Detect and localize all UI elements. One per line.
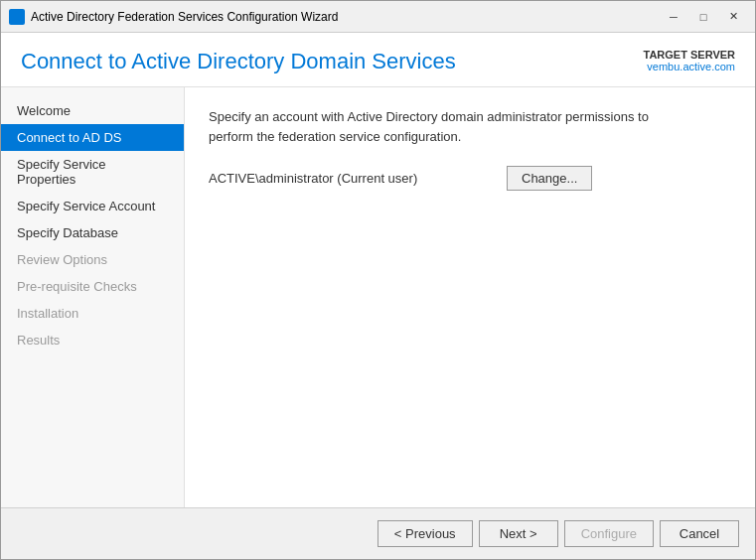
window-title: Active Directory Federation Services Con… — [31, 10, 660, 24]
main-window: Active Directory Federation Services Con… — [0, 0, 756, 560]
sidebar: Welcome Connect to AD DS Specify Service… — [1, 87, 185, 507]
sidebar-item-prereq-checks: Pre-requisite Checks — [1, 273, 184, 300]
account-label: ACTIVE\administrator (Current user) — [209, 171, 487, 186]
configure-button: Configure — [564, 520, 654, 547]
next-button[interactable]: Next > — [479, 520, 558, 547]
sidebar-item-database[interactable]: Specify Database — [1, 219, 184, 246]
sidebar-item-results: Results — [1, 327, 184, 353]
change-button[interactable]: Change... — [507, 166, 592, 191]
sidebar-item-connect-ad-ds[interactable]: Connect to AD DS — [1, 124, 184, 151]
main-content: Specify an account with Active Directory… — [185, 87, 755, 507]
page-header: Connect to Active Directory Domain Servi… — [1, 33, 755, 87]
app-icon — [9, 9, 25, 25]
page-title: Connect to Active Directory Domain Servi… — [21, 49, 456, 74]
account-row: ACTIVE\administrator (Current user) Chan… — [209, 166, 731, 191]
window-controls: ─ □ ✕ — [660, 7, 747, 27]
previous-button[interactable]: < Previous — [378, 520, 473, 547]
target-server-value: vembu.active.com — [647, 61, 735, 72]
sidebar-item-installation: Installation — [1, 300, 184, 327]
sidebar-item-service-properties[interactable]: Specify Service Properties — [1, 151, 184, 193]
minimize-button[interactable]: ─ — [660, 7, 687, 27]
footer: < Previous Next > Configure Cancel — [1, 507, 755, 559]
sidebar-item-review-options: Review Options — [1, 246, 184, 273]
sidebar-item-welcome[interactable]: Welcome — [1, 97, 184, 124]
cancel-button[interactable]: Cancel — [660, 520, 739, 547]
close-button[interactable]: ✕ — [719, 7, 747, 27]
restore-button[interactable]: □ — [689, 7, 717, 27]
content-area: Welcome Connect to AD DS Specify Service… — [1, 87, 755, 507]
title-bar: Active Directory Federation Services Con… — [1, 1, 755, 33]
sidebar-item-service-account[interactable]: Specify Service Account — [1, 193, 184, 219]
target-server-label: TARGET SERVER — [644, 49, 736, 61]
target-server-info: TARGET SERVER vembu.active.com — [644, 49, 736, 72]
description-text: Specify an account with Active Directory… — [209, 107, 685, 146]
